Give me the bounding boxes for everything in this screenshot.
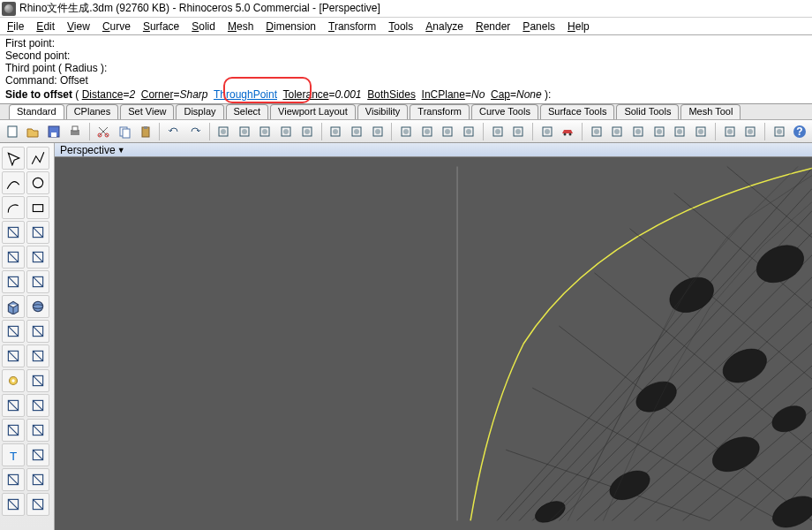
tab-viewport-layout[interactable]: Viewport Layout	[270, 104, 356, 119]
hatch-tool[interactable]	[2, 493, 25, 516]
open-button[interactable]	[25, 122, 42, 141]
sphere-button[interactable]	[609, 122, 627, 141]
cone-button[interactable]	[650, 122, 668, 141]
tab-set-view[interactable]: Set View	[120, 104, 174, 119]
menu-view[interactable]: View	[67, 20, 90, 33]
opt-incplane[interactable]: InCPlane	[422, 88, 465, 101]
tab-curve-tools[interactable]: Curve Tools	[471, 104, 538, 119]
menu-dimension[interactable]: Dimension	[266, 20, 316, 33]
arrow-tool[interactable]	[2, 147, 25, 170]
tab-mesh-tool[interactable]: Mesh Tool	[680, 104, 741, 119]
fillet-tool[interactable]	[2, 419, 25, 442]
curve2-tool[interactable]	[2, 221, 25, 244]
circle-tool[interactable]	[26, 171, 49, 194]
opt-bothsides[interactable]: BothSides	[367, 88, 416, 101]
animate-button[interactable]	[741, 122, 759, 141]
tab-display[interactable]: Display	[176, 104, 223, 119]
opt-cap[interactable]: Cap	[491, 88, 510, 101]
render-button[interactable]	[721, 122, 739, 141]
opt-corner[interactable]: Corner	[141, 88, 174, 101]
hide-button[interactable]	[418, 122, 436, 141]
menu-solid[interactable]: Solid	[192, 20, 215, 33]
zoom-window-button[interactable]	[277, 122, 295, 141]
trim-tool[interactable]	[2, 394, 25, 417]
explode-tool[interactable]	[26, 369, 49, 392]
rotate-tool-tool[interactable]	[26, 246, 49, 269]
wireframe-button[interactable]	[327, 122, 344, 141]
wire-tool[interactable]	[26, 493, 49, 516]
menu-help[interactable]: Help	[568, 20, 590, 33]
text-tool[interactable]: T	[2, 443, 25, 466]
perspective-viewport[interactable]	[55, 157, 812, 530]
menu-file[interactable]: File	[7, 20, 24, 33]
tab-surface-tools[interactable]: Surface Tools	[540, 104, 614, 119]
opt-throughpoint[interactable]: ThroughPoint	[214, 88, 277, 101]
viewport-canvas[interactable]	[55, 157, 812, 530]
plane-button[interactable]	[692, 122, 710, 141]
options-button[interactable]	[538, 122, 556, 141]
new-button[interactable]	[4, 122, 21, 141]
move-tool[interactable]	[2, 246, 25, 269]
gear-tool[interactable]	[2, 369, 25, 392]
viewport-menu-dropdown-icon[interactable]: ▼	[117, 146, 125, 155]
dim-tool[interactable]	[26, 443, 49, 466]
arc-tool[interactable]	[2, 196, 25, 219]
chamfer-tool[interactable]	[26, 419, 49, 442]
show-button[interactable]	[397, 122, 415, 141]
curve-tool[interactable]	[2, 171, 25, 194]
box-button[interactable]	[588, 122, 605, 141]
viewport-title[interactable]: Perspective	[60, 144, 116, 156]
tab-transform[interactable]: Transform	[410, 104, 470, 119]
car-button[interactable]	[560, 122, 577, 141]
unlock-button[interactable]	[460, 122, 477, 141]
properties-button[interactable]	[509, 122, 527, 141]
tab-visibility[interactable]: Visibility	[357, 104, 409, 119]
menu-render[interactable]: Render	[476, 20, 510, 33]
zoom-extents-button[interactable]	[257, 122, 274, 141]
opt-tolerance[interactable]: Tolerance	[282, 88, 328, 101]
tab-select[interactable]: Select	[226, 104, 269, 119]
menu-panels[interactable]: Panels	[523, 20, 555, 33]
copy-button[interactable]	[116, 122, 133, 141]
viewport-label-bar[interactable]: Perspective ▼	[55, 143, 812, 157]
print-button[interactable]	[66, 122, 84, 141]
polyline-tool[interactable]	[26, 147, 49, 170]
menu-tools[interactable]: Tools	[388, 20, 413, 33]
pan-button[interactable]	[214, 122, 232, 141]
redo-button[interactable]	[186, 122, 204, 141]
rect-tool[interactable]	[26, 196, 49, 219]
torus-button[interactable]	[672, 122, 689, 141]
rotate-button[interactable]	[236, 122, 253, 141]
help-button[interactable]: ?	[792, 122, 809, 141]
paste-button[interactable]	[137, 122, 154, 141]
menu-analyze[interactable]: Analyze	[425, 20, 463, 33]
lock-button[interactable]	[440, 122, 457, 141]
rendered-button[interactable]	[369, 122, 387, 141]
undo-button[interactable]	[165, 122, 183, 141]
layers-button[interactable]	[489, 122, 507, 141]
tab-standard[interactable]: Standard	[9, 104, 64, 119]
menu-edit[interactable]: Edit	[36, 20, 55, 33]
join-tool[interactable]	[26, 394, 49, 417]
shaded-button[interactable]	[348, 122, 365, 141]
save-button[interactable]	[45, 122, 63, 141]
scale-tool[interactable]	[2, 270, 25, 293]
menu-transform[interactable]: Transform	[328, 20, 376, 33]
loft-tool[interactable]	[2, 344, 25, 367]
zoom-selected-button[interactable]	[298, 122, 316, 141]
layout-button[interactable]	[771, 122, 788, 141]
mirror-tool[interactable]	[26, 270, 49, 293]
box3d-tool[interactable]	[2, 295, 25, 318]
offset-tool[interactable]	[26, 468, 49, 491]
sphere3d-tool[interactable]	[26, 295, 49, 318]
polygon-tool[interactable]	[26, 221, 49, 244]
sweep-tool[interactable]	[26, 344, 49, 367]
tab-cplanes[interactable]: CPlanes	[66, 104, 119, 119]
pipe-tool[interactable]	[2, 468, 25, 491]
menu-mesh[interactable]: Mesh	[228, 20, 253, 33]
menu-surface[interactable]: Surface	[143, 20, 179, 33]
tab-solid-tools[interactable]: Solid Tools	[616, 104, 679, 119]
menu-curve[interactable]: Curve	[102, 20, 131, 33]
opt-distance[interactable]: Distance	[82, 88, 124, 101]
cut-button[interactable]	[94, 122, 112, 141]
